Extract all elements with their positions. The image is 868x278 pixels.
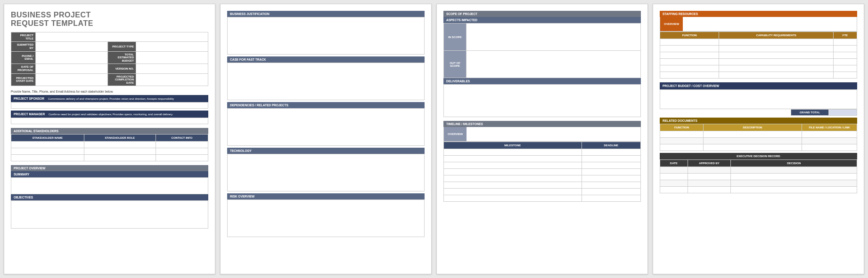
- val-proj-completion[interactable]: [136, 73, 208, 86]
- table-cell[interactable]: [660, 174, 688, 180]
- deliverables-field[interactable]: [443, 84, 641, 117]
- th-milestone: MILESTONE: [444, 142, 582, 149]
- table-cell[interactable]: [660, 180, 688, 187]
- table-cell[interactable]: [688, 180, 731, 187]
- val-grand-total[interactable]: [829, 110, 857, 116]
- out-scope-field[interactable]: [467, 51, 641, 78]
- sponsor-field[interactable]: [11, 102, 208, 109]
- table-cell[interactable]: [688, 167, 731, 174]
- table-cell[interactable]: [731, 180, 857, 187]
- table-cell[interactable]: [833, 52, 857, 59]
- table-cell[interactable]: [833, 39, 857, 46]
- table-cell[interactable]: [444, 189, 582, 195]
- table-cell[interactable]: [719, 72, 833, 79]
- deps-field[interactable]: [227, 108, 425, 146]
- table-cell[interactable]: [833, 72, 857, 79]
- table-cell[interactable]: [802, 138, 857, 144]
- table-cell[interactable]: [444, 175, 582, 182]
- stakeholder-note: Provide Name, Title, Phone, and Email Ad…: [11, 90, 208, 93]
- table-cell[interactable]: [581, 182, 640, 189]
- table-cell[interactable]: [802, 131, 857, 138]
- table-cell[interactable]: [688, 187, 731, 193]
- table-cell[interactable]: [581, 149, 640, 156]
- table-cell[interactable]: [660, 59, 719, 65]
- table-cell[interactable]: [660, 138, 704, 144]
- page-1: BUSINESS PROJECT REQUEST TEMPLATE PROJEC…: [4, 4, 215, 274]
- table-cell[interactable]: [833, 65, 857, 72]
- table-cell[interactable]: [703, 138, 802, 144]
- val-proj-start[interactable]: [36, 73, 108, 86]
- table-cell[interactable]: [444, 169, 582, 175]
- table-cell[interactable]: [444, 156, 582, 162]
- table-cell[interactable]: [581, 162, 640, 169]
- table-cell[interactable]: [84, 148, 156, 155]
- th-deadline: DEADLINE: [581, 142, 640, 149]
- val-phone-email[interactable]: [36, 51, 108, 64]
- bar-related-docs: RELATED DOCUMENTS: [660, 118, 857, 124]
- manager-field[interactable]: [11, 118, 208, 124]
- table-cell[interactable]: [581, 195, 640, 202]
- table-cell[interactable]: [731, 187, 857, 193]
- bar-deliverables: DELIVERABLES: [443, 78, 641, 84]
- table-cell[interactable]: [581, 189, 640, 195]
- table-cell[interactable]: [833, 59, 857, 65]
- summary-field[interactable]: [11, 177, 208, 194]
- budget-field[interactable]: [660, 89, 857, 109]
- lbl-submitted-by: SUBMITTED BY: [11, 42, 36, 51]
- table-cell[interactable]: [84, 142, 156, 148]
- table-cell[interactable]: [719, 65, 833, 72]
- risk-field[interactable]: [227, 199, 425, 237]
- table-cell[interactable]: [660, 52, 719, 59]
- table-cell[interactable]: [660, 39, 719, 46]
- staffing-table: FUNCTION CAPABILITY REQUIREMENTS FTE: [660, 32, 857, 79]
- table-cell[interactable]: [703, 144, 802, 151]
- table-cell[interactable]: [660, 167, 688, 174]
- val-project-title[interactable]: [36, 32, 208, 42]
- val-total-budget[interactable]: [136, 51, 208, 64]
- table-cell[interactable]: [444, 195, 582, 202]
- lbl-out-scope: OUT OF SCOPE: [444, 51, 467, 78]
- table-cell[interactable]: [660, 72, 719, 79]
- in-scope-field[interactable]: [467, 24, 641, 51]
- table-cell[interactable]: [660, 65, 719, 72]
- table-cell[interactable]: [444, 182, 582, 189]
- lbl-project-title: PROJECT TITLE: [11, 32, 36, 42]
- val-version-no[interactable]: [136, 64, 208, 73]
- biz-just-field[interactable]: [227, 17, 425, 55]
- th-function: FUNCTION: [660, 32, 719, 39]
- table-cell[interactable]: [719, 59, 833, 65]
- table-cell[interactable]: [731, 167, 857, 174]
- table-cell[interactable]: [703, 131, 802, 138]
- table-cell[interactable]: [719, 39, 833, 46]
- table-cell[interactable]: [84, 155, 156, 161]
- table-cell[interactable]: [660, 144, 704, 151]
- table-cell[interactable]: [11, 142, 84, 148]
- table-cell[interactable]: [156, 148, 208, 155]
- table-cell[interactable]: [802, 144, 857, 151]
- table-cell[interactable]: [444, 149, 582, 156]
- table-cell[interactable]: [581, 169, 640, 175]
- table-cell[interactable]: [731, 174, 857, 180]
- table-cell[interactable]: [11, 148, 84, 155]
- val-date-proposal[interactable]: [36, 64, 108, 73]
- th-decision: DECISION: [731, 160, 857, 167]
- doc-title: BUSINESS PROJECT REQUEST TEMPLATE: [11, 11, 208, 27]
- fast-track-field[interactable]: [227, 63, 425, 100]
- table-cell[interactable]: [581, 156, 640, 162]
- table-cell[interactable]: [660, 46, 719, 52]
- table-cell[interactable]: [719, 46, 833, 52]
- objectives-field[interactable]: [11, 200, 208, 229]
- table-cell[interactable]: [833, 46, 857, 52]
- table-cell[interactable]: [444, 162, 582, 169]
- table-cell[interactable]: [688, 174, 731, 180]
- table-cell[interactable]: [660, 187, 688, 193]
- table-cell[interactable]: [156, 155, 208, 161]
- table-cell[interactable]: [660, 131, 704, 138]
- table-cell[interactable]: [11, 155, 84, 161]
- tech-field[interactable]: [227, 154, 425, 191]
- val-submitted-by[interactable]: [36, 42, 108, 51]
- table-cell[interactable]: [581, 175, 640, 182]
- table-cell[interactable]: [156, 142, 208, 148]
- val-project-type[interactable]: [136, 42, 208, 51]
- table-cell[interactable]: [719, 52, 833, 59]
